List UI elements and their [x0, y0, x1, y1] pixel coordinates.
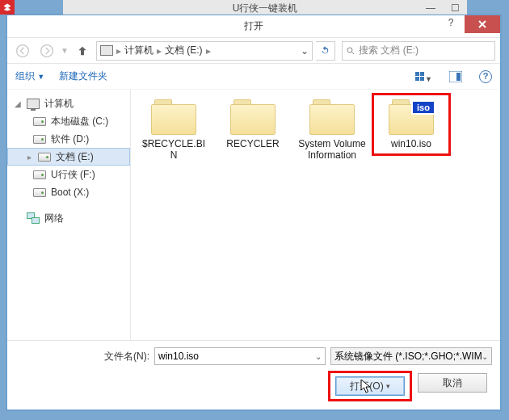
content-area: ◢ 计算机 本地磁盘 (C:) 软件 (D:) ▸ 文档 (E:) U行侠 (F… [7, 90, 500, 340]
open-file-dialog: 打开 ? ▼ ▸ 计算机 ▸ 文档 (E:) ▸ ⌄ 搜索 [6, 15, 501, 410]
breadcrumb-drive[interactable]: 文档 (E:) [165, 44, 203, 57]
nav-up-button[interactable] [72, 41, 93, 61]
address-dropdown-caret[interactable]: ⌄ [301, 45, 309, 57]
dialog-help-button[interactable]: ? [439, 17, 463, 28]
computer-icon [27, 99, 40, 109]
navigation-tree[interactable]: ◢ 计算机 本地磁盘 (C:) 软件 (D:) ▸ 文档 (E:) U行侠 (F… [7, 90, 131, 340]
drive-icon [33, 170, 46, 179]
nav-forward-button[interactable] [36, 41, 57, 61]
parent-window-titlebar: U行侠一键装机 — ☐ [63, 0, 467, 16]
tree-node-drive-c[interactable]: 本地磁盘 (C:) [7, 112, 130, 130]
tree-node-drive-f[interactable]: U行侠 (F:) [7, 166, 130, 183]
address-bar[interactable]: ▸ 计算机 ▸ 文档 (E:) ▸ ⌄ [96, 41, 313, 61]
breadcrumb-separator-icon: ▸ [206, 45, 211, 57]
recent-locations-caret[interactable]: ▼ [61, 46, 69, 55]
search-icon [346, 46, 355, 56]
tree-node-computer[interactable]: ◢ 计算机 [7, 94, 130, 112]
search-input[interactable]: 搜索 文档 (E:) [342, 41, 495, 61]
drive-icon [33, 135, 46, 144]
drive-icon [33, 188, 46, 197]
parent-maximize-button[interactable]: ☐ [443, 0, 467, 16]
tree-node-drive-x[interactable]: Boot (X:) [7, 183, 130, 201]
svg-point-1 [41, 44, 53, 57]
grid-icon [415, 72, 424, 81]
cancel-button[interactable]: 取消 [418, 373, 487, 393]
network-icon [27, 212, 40, 224]
view-options-button[interactable]: ▼ [414, 68, 432, 86]
dialog-footer: 文件名(N): win10.iso ⌄ 系统镜像文件 (*.ISO;*.GHO;… [7, 340, 500, 407]
toolbar: 组织 ▼ 新建文件夹 ▼ ? [7, 64, 500, 90]
list-item[interactable]: RECYCLER [217, 96, 289, 153]
folder-icon [309, 99, 355, 135]
new-folder-button[interactable]: 新建文件夹 [59, 69, 107, 83]
drive-icon [38, 153, 51, 162]
breadcrumb-separator-icon: ▸ [116, 45, 121, 57]
list-item[interactable]: System Volume Information [296, 96, 368, 164]
parent-minimize-button[interactable]: — [419, 0, 443, 16]
refresh-button[interactable] [316, 41, 335, 61]
computer-icon [100, 45, 113, 56]
nav-back-button[interactable] [12, 41, 33, 61]
iso-file-icon: iso [389, 99, 434, 135]
dialog-title: 打开 [244, 19, 263, 33]
tree-node-network[interactable]: ▸ 网络 [7, 209, 130, 227]
breadcrumb-computer[interactable]: 计算机 [124, 44, 154, 57]
svg-point-0 [17, 44, 29, 57]
filetype-select[interactable]: 系统镜像文件 (*.ISO;*.GHO;*.WIM) ⌄ [330, 347, 492, 365]
svg-rect-4 [456, 73, 461, 81]
filename-input[interactable]: win10.iso ⌄ [154, 347, 326, 365]
chevron-down-icon[interactable]: ⌄ [482, 352, 488, 361]
preview-pane-button[interactable] [447, 68, 465, 86]
file-list[interactable]: $RECYCLE.BIN RECYCLER System Volume Info… [131, 90, 500, 340]
parent-app-icon [0, 0, 15, 15]
parent-window-title: U行侠一键装机 [66, 0, 464, 16]
list-item-selected[interactable]: iso win10.iso [375, 96, 448, 153]
list-item[interactable]: $RECYCLE.BIN [137, 96, 210, 164]
open-button[interactable]: 打开(O) ▾ [335, 376, 405, 396]
help-icon[interactable]: ? [479, 70, 492, 83]
dialog-titlebar: 打开 ? [7, 15, 500, 38]
breadcrumb-separator-icon: ▸ [157, 45, 162, 57]
navigation-bar: ▼ ▸ 计算机 ▸ 文档 (E:) ▸ ⌄ 搜索 文档 (E:) [7, 38, 500, 64]
tree-node-drive-e[interactable]: ▸ 文档 (E:) [7, 148, 130, 166]
folder-icon [230, 99, 276, 135]
dialog-close-button[interactable] [465, 15, 500, 33]
tree-node-drive-d[interactable]: 软件 (D:) [7, 130, 130, 148]
search-placeholder: 搜索 文档 (E:) [359, 44, 419, 57]
chevron-down-icon[interactable]: ⌄ [315, 352, 322, 361]
open-button-highlight: 打开(O) ▾ [330, 373, 410, 399]
drive-icon [33, 117, 46, 126]
organize-menu[interactable]: 组织 ▼ [15, 69, 44, 83]
folder-icon [151, 99, 196, 135]
filename-label: 文件名(N): [104, 350, 149, 363]
svg-point-2 [347, 48, 352, 52]
